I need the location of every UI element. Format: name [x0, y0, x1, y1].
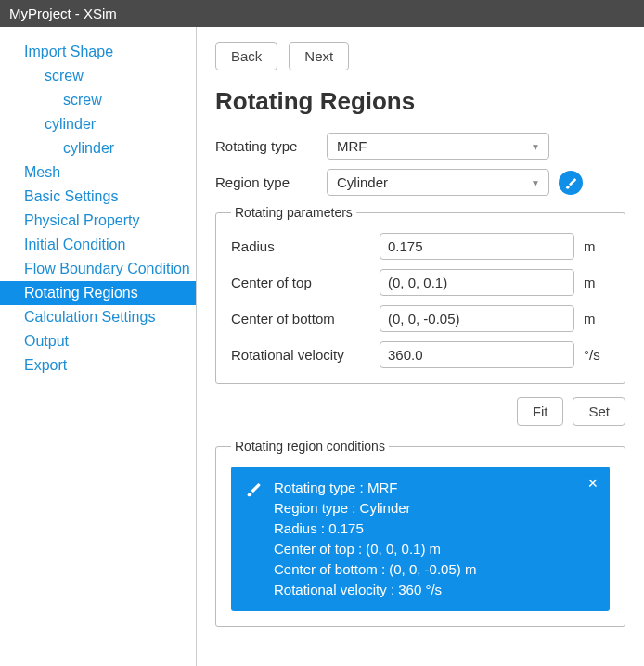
radius-label: Radius — [231, 238, 380, 254]
sidebar-item-output[interactable]: Output — [0, 329, 196, 353]
rotating-conditions-legend: Rotating region conditions — [231, 439, 389, 454]
sidebar-item-cylinder[interactable]: cylinder — [0, 112, 196, 136]
condition-text: Rotating type : MRF Region type : Cylind… — [274, 478, 476, 600]
rotating-parameters-group: Rotating parameters Radius m Center of t… — [215, 205, 625, 384]
center-bottom-unit: m — [584, 311, 610, 327]
sidebar-item-physical-property[interactable]: Physical Property — [0, 209, 196, 233]
sidebar-item-rotating-regions[interactable]: Rotating Regions — [0, 281, 196, 305]
center-top-unit: m — [584, 275, 610, 290]
rot-velocity-label: Rotational velocity — [231, 347, 380, 363]
sidebar-item-flow-boundary-condition[interactable]: Flow Boundary Condition — [0, 257, 196, 281]
back-button[interactable]: Back — [215, 42, 277, 70]
sidebar-item-basic-settings[interactable]: Basic Settings — [0, 185, 196, 209]
sidebar-item-screw[interactable]: screw — [0, 88, 196, 112]
center-top-label: Center of top — [231, 275, 380, 290]
region-type-label: Region type — [215, 174, 327, 190]
main-panel: Back Next Rotating Regions Rotating type… — [197, 27, 644, 666]
sidebar: Import ShapescrewscrewcylindercylinderMe… — [0, 27, 197, 666]
brush-icon — [244, 480, 263, 502]
rot-velocity-unit: °/s — [584, 347, 610, 363]
rotating-conditions-group: Rotating region conditions Rotating type… — [215, 439, 625, 627]
window-title: MyProject - XSim — [0, 0, 644, 27]
set-button[interactable]: Set — [573, 397, 625, 426]
rotating-type-select[interactable]: MRF — [327, 133, 549, 160]
sidebar-item-import-shape[interactable]: Import Shape — [0, 40, 196, 64]
sidebar-item-initial-condition[interactable]: Initial Condition — [0, 233, 196, 257]
rotating-parameters-legend: Rotating parameters — [231, 205, 356, 220]
close-icon[interactable]: ✕ — [587, 476, 599, 491]
radius-input[interactable] — [380, 233, 574, 260]
region-type-select[interactable]: Cylinder — [327, 169, 549, 196]
brush-icon — [563, 175, 578, 190]
sidebar-item-calculation-settings[interactable]: Calculation Settings — [0, 305, 196, 329]
rot-velocity-input[interactable] — [380, 341, 574, 368]
rotating-type-label: Rotating type — [215, 138, 327, 154]
sidebar-item-screw[interactable]: screw — [0, 64, 196, 88]
page-title: Rotating Regions — [215, 87, 625, 116]
center-bottom-label: Center of bottom — [231, 311, 380, 327]
center-bottom-input[interactable] — [380, 305, 574, 332]
sidebar-item-export[interactable]: Export — [0, 353, 196, 378]
sidebar-item-mesh[interactable]: Mesh — [0, 160, 196, 185]
next-button[interactable]: Next — [289, 42, 349, 70]
condition-card[interactable]: Rotating type : MRF Region type : Cylind… — [231, 467, 610, 611]
sidebar-item-cylinder[interactable]: cylinder — [0, 136, 196, 160]
center-top-input[interactable] — [380, 269, 574, 296]
radius-unit: m — [584, 238, 610, 254]
fit-button[interactable]: Fit — [517, 397, 564, 426]
highlight-region-button[interactable] — [559, 171, 583, 195]
